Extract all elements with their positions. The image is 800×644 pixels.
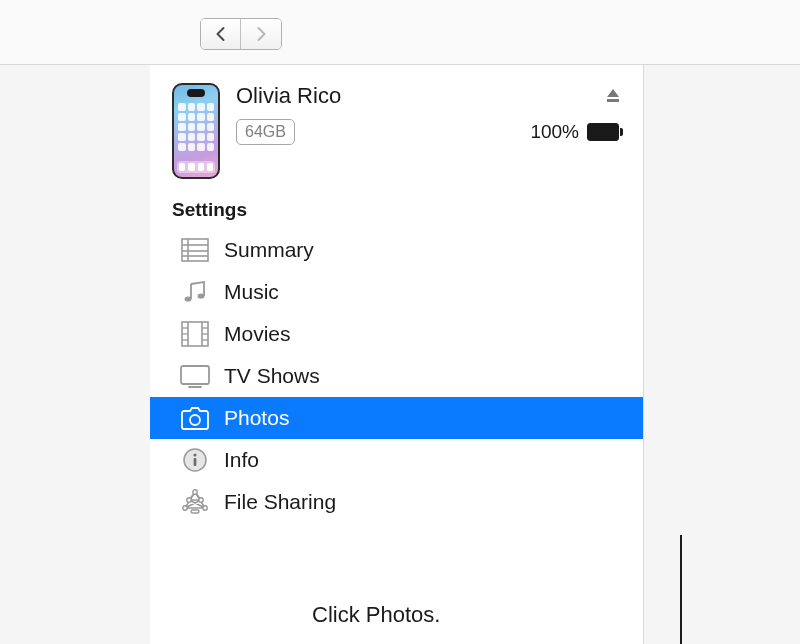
forward-button[interactable] xyxy=(241,19,281,49)
svg-point-24 xyxy=(187,498,191,502)
sidebar-item-summary[interactable]: Summary xyxy=(150,229,643,271)
svg-rect-22 xyxy=(194,458,197,466)
photos-icon xyxy=(180,405,210,431)
sidebar-item-label: Info xyxy=(224,448,259,472)
svg-point-27 xyxy=(203,506,207,510)
svg-rect-28 xyxy=(191,510,199,513)
sidebar-item-info[interactable]: Info xyxy=(150,439,643,481)
back-button[interactable] xyxy=(201,19,241,49)
svg-point-21 xyxy=(193,453,196,456)
svg-point-6 xyxy=(185,296,192,301)
sidebar-item-music[interactable]: Music xyxy=(150,271,643,313)
info-icon xyxy=(180,447,210,473)
device-info: Olivia Rico 64GB 100% xyxy=(236,83,623,145)
svg-point-23 xyxy=(193,490,197,494)
eject-icon xyxy=(604,87,622,105)
battery-icon xyxy=(587,123,623,141)
svg-rect-0 xyxy=(607,99,619,102)
battery-status: 100% xyxy=(530,121,623,143)
tv-icon xyxy=(180,363,210,389)
sidebar-item-label: Photos xyxy=(224,406,289,430)
svg-point-25 xyxy=(199,498,203,502)
file-sharing-icon xyxy=(180,489,210,515)
battery-percent: 100% xyxy=(530,121,579,143)
device-sidebar: Olivia Rico 64GB 100% xyxy=(150,65,644,644)
toolbar xyxy=(0,0,800,65)
callout-line xyxy=(680,535,682,644)
movies-icon xyxy=(180,321,210,347)
nav-buttons xyxy=(200,18,282,50)
sidebar-item-photos[interactable]: Photos xyxy=(150,397,643,439)
device-thumbnail xyxy=(172,83,220,179)
svg-rect-1 xyxy=(182,239,208,261)
summary-icon xyxy=(180,237,210,263)
sidebar-item-label: Music xyxy=(224,280,279,304)
sidebar-item-movies[interactable]: Movies xyxy=(150,313,643,355)
chevron-left-icon xyxy=(215,26,226,42)
svg-rect-17 xyxy=(181,366,209,384)
sidebar-item-label: Movies xyxy=(224,322,291,346)
callout-text: Click Photos. xyxy=(312,602,440,628)
music-icon xyxy=(180,279,210,305)
svg-point-26 xyxy=(183,506,187,510)
settings-section-title: Settings xyxy=(150,195,643,229)
svg-point-7 xyxy=(198,293,205,298)
sidebar-item-file-sharing[interactable]: File Sharing xyxy=(150,481,643,523)
sidebar-item-label: TV Shows xyxy=(224,364,320,388)
capacity-badge: 64GB xyxy=(236,119,295,145)
sidebar-item-label: File Sharing xyxy=(224,490,336,514)
device-name: Olivia Rico xyxy=(236,83,341,109)
device-header: Olivia Rico 64GB 100% xyxy=(150,65,643,195)
settings-list: Summary Music xyxy=(150,229,643,523)
svg-point-19 xyxy=(190,415,200,425)
chevron-right-icon xyxy=(256,26,267,42)
eject-button[interactable] xyxy=(603,86,623,106)
sidebar-item-tv-shows[interactable]: TV Shows xyxy=(150,355,643,397)
sidebar-item-label: Summary xyxy=(224,238,314,262)
